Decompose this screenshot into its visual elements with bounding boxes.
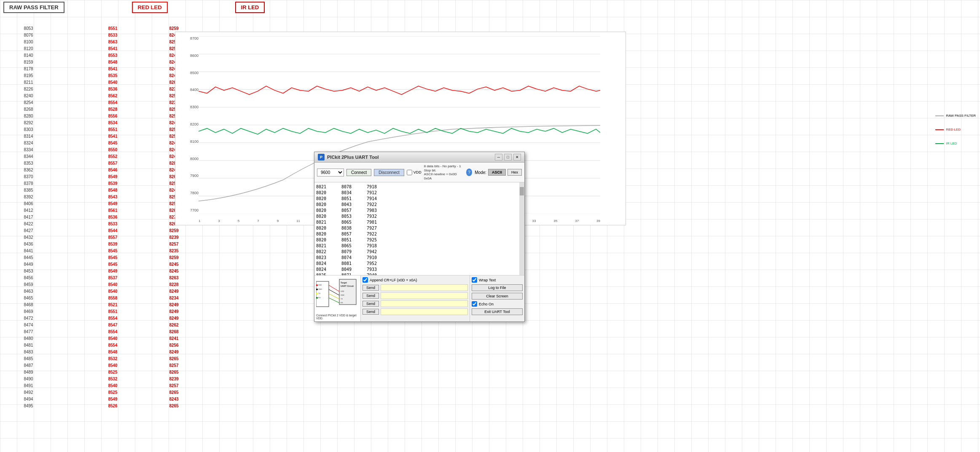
ir-cell-0: 8259 bbox=[145, 25, 202, 32]
hex-mode-button[interactable]: Hex bbox=[507, 169, 522, 176]
close-button[interactable]: ✕ bbox=[513, 154, 521, 160]
uart-app-icon: P bbox=[318, 154, 325, 160]
help-button[interactable]: ? bbox=[466, 168, 472, 176]
uart-text-content: 8021807879188020803479128020805179148020… bbox=[314, 182, 524, 275]
raw-cell-9: 8226 bbox=[0, 86, 57, 93]
baud-rate-select[interactable]: 9600 19200 38400 115200 bbox=[317, 168, 344, 177]
red-led-label: RED LED bbox=[132, 2, 168, 13]
red-cell-53: 8540 bbox=[84, 382, 141, 389]
raw-cell-8: 8211 bbox=[0, 79, 57, 86]
ir-cell-45: 8268 bbox=[145, 329, 202, 335]
uart-cell: 8021 bbox=[316, 184, 333, 190]
log-to-file-button[interactable]: Log to File bbox=[472, 284, 523, 291]
raw-cell-42: 8469 bbox=[0, 308, 57, 315]
raw-cell-46: 8480 bbox=[0, 335, 57, 342]
red-cell-10: 8562 bbox=[84, 93, 141, 99]
maximize-button[interactable]: □ bbox=[504, 154, 512, 160]
disconnect-button[interactable]: Disconnect bbox=[374, 169, 404, 176]
svg-point-18 bbox=[316, 293, 318, 294]
raw-cell-55: 8494 bbox=[0, 396, 57, 403]
uart-cell: 8053 bbox=[341, 214, 358, 219]
send-button-4[interactable]: Send bbox=[362, 309, 379, 315]
uart-cell: 8021 bbox=[316, 243, 333, 249]
raw-cell-6: 8178 bbox=[0, 66, 57, 72]
append-crlf-checkbox[interactable] bbox=[362, 277, 368, 283]
uart-data-row-3: 802080437922 bbox=[316, 202, 518, 208]
macro-input-3[interactable] bbox=[381, 300, 468, 307]
x-label: 5 bbox=[238, 219, 239, 223]
raw-cell-34: 8445 bbox=[0, 254, 57, 261]
echo-on-checkbox[interactable] bbox=[472, 301, 477, 307]
uart-cell: 8020 bbox=[316, 225, 333, 231]
svg-text:RX: RX bbox=[318, 297, 321, 299]
macro-input-2[interactable] bbox=[381, 292, 468, 299]
ir-legend-line bbox=[935, 143, 944, 144]
red-cell-4: 8553 bbox=[84, 52, 141, 59]
svg-text:VDD: VDD bbox=[341, 290, 344, 292]
send-button-1[interactable]: Send bbox=[362, 285, 379, 291]
minimize-button[interactable]: ─ bbox=[495, 154, 502, 160]
red-cell-0: 8551 bbox=[84, 25, 141, 32]
raw-cell-54: 8492 bbox=[0, 389, 57, 396]
raw-cell-0: 8053 bbox=[0, 25, 57, 32]
send-button-3[interactable]: Send bbox=[362, 301, 379, 307]
raw-cell-7: 8195 bbox=[0, 72, 57, 79]
raw-cell-39: 8463 bbox=[0, 288, 57, 295]
raw-pass-filter-label: RAW PASS FILTER bbox=[3, 2, 64, 13]
raw-cell-19: 8344 bbox=[0, 153, 57, 160]
send-button-2[interactable]: Send bbox=[362, 293, 379, 299]
raw-cell-49: 8485 bbox=[0, 356, 57, 362]
wrap-text-checkbox[interactable] bbox=[472, 277, 477, 283]
raw-cell-33: 8441 bbox=[0, 248, 57, 254]
ir-cell-41: 8249 bbox=[145, 302, 202, 308]
vdd-checkbox[interactable] bbox=[407, 170, 412, 175]
red-cell-56: 8526 bbox=[84, 403, 141, 409]
clear-screen-button[interactable]: Clear Screen bbox=[472, 293, 523, 300]
uart-title: PICkit 2Plus UART Tool bbox=[327, 155, 379, 160]
ir-cell-32: 8257 bbox=[145, 241, 202, 248]
scrollbar-thumb[interactable] bbox=[520, 187, 524, 195]
red-data-column: 8551853385638541855385488541853585408536… bbox=[84, 25, 141, 409]
red-cell-16: 8541 bbox=[84, 133, 141, 140]
uart-cell: 8020 bbox=[316, 237, 333, 243]
uart-data-row-7: 802080387927 bbox=[316, 225, 518, 231]
macro-input-1[interactable] bbox=[381, 284, 468, 291]
uart-scrollbar[interactable] bbox=[519, 182, 524, 275]
ir-cell-52: 8239 bbox=[145, 376, 202, 382]
red-cell-8: 8540 bbox=[84, 79, 141, 86]
raw-cell-28: 8417 bbox=[0, 214, 57, 221]
uart-cell: 8034 bbox=[341, 190, 358, 196]
raw-cell-14: 8292 bbox=[0, 120, 57, 126]
raw-cell-43: 8472 bbox=[0, 315, 57, 322]
uart-cell: 7925 bbox=[367, 237, 384, 243]
raw-cell-16: 8314 bbox=[0, 133, 57, 140]
red-cell-26: 8549 bbox=[84, 201, 141, 207]
red-cell-48: 8548 bbox=[84, 349, 141, 356]
y-label: 7900 bbox=[190, 174, 199, 178]
red-cell-25: 8543 bbox=[84, 194, 141, 201]
raw-cell-11: 8254 bbox=[0, 99, 57, 106]
macro-input-4[interactable] bbox=[381, 308, 468, 315]
uart-cell: 8038 bbox=[341, 225, 358, 231]
uart-macro-row-3: Send bbox=[362, 300, 468, 307]
uart-cell: 7922 bbox=[367, 202, 384, 208]
raw-cell-24: 8385 bbox=[0, 187, 57, 194]
connect-button[interactable]: Connect bbox=[346, 169, 371, 176]
red-cell-36: 8549 bbox=[84, 268, 141, 275]
red-cell-27: 8561 bbox=[84, 207, 141, 214]
wrap-text-label: Wrap Text bbox=[479, 278, 496, 282]
raw-cell-53: 8491 bbox=[0, 382, 57, 389]
y-label: 8300 bbox=[190, 105, 199, 109]
uart-cell: 8024 bbox=[316, 261, 333, 267]
ascii-mode-button[interactable]: ASCII bbox=[488, 169, 506, 176]
raw-cell-52: 8490 bbox=[0, 376, 57, 382]
ir-cell-46: 8241 bbox=[145, 335, 202, 342]
right-chart-labels: RAW PASS FILTER RED LED IR LED bbox=[935, 114, 976, 145]
raw-cell-50: 8487 bbox=[0, 362, 57, 369]
red-cell-17: 8545 bbox=[84, 140, 141, 147]
raw-legend-label: RAW PASS FILTER bbox=[946, 114, 976, 118]
raw-cell-32: 8436 bbox=[0, 241, 57, 248]
red-cell-34: 8545 bbox=[84, 254, 141, 261]
exit-uart-tool-button[interactable]: Exit UART Tool bbox=[472, 308, 523, 315]
y-label: 7700 bbox=[190, 208, 199, 212]
